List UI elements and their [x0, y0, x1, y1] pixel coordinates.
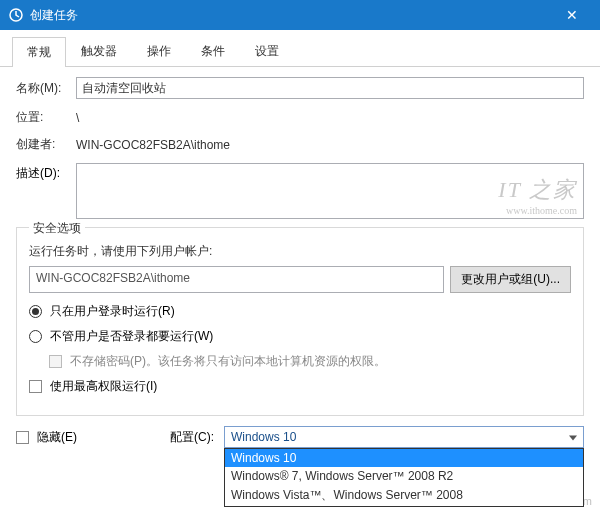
- radio-anyuser[interactable]: 不管用户是否登录都要运行(W): [29, 328, 571, 345]
- tab-actions[interactable]: 操作: [132, 36, 186, 66]
- tab-conditions[interactable]: 条件: [186, 36, 240, 66]
- config-select[interactable]: Windows 10 Windows 10 Windows® 7, Window…: [224, 426, 584, 448]
- tab-content: 名称(M): 位置: \ 创建者: WIN-GCOC82FSB2A\ithome…: [0, 67, 600, 416]
- tab-general[interactable]: 常规: [12, 37, 66, 67]
- name-input[interactable]: [76, 77, 584, 99]
- titlebar: 创建任务 ✕: [0, 0, 600, 30]
- watermark-logo: IT 之家: [498, 175, 577, 205]
- dropdown-option[interactable]: Windows Vista™、Windows Server™ 2008: [225, 485, 583, 506]
- radio-loggedon-icon: [29, 305, 42, 318]
- security-fieldset: 安全选项 运行任务时，请使用下列用户帐户: WIN-GCOC82FSB2A\it…: [16, 227, 584, 416]
- dropdown-option[interactable]: Windows® 7, Windows Server™ 2008 R2: [225, 467, 583, 485]
- checkbox-nostorepw: 不存储密码(P)。该任务将只有访问本地计算机资源的权限。: [49, 353, 571, 370]
- checkbox-highest[interactable]: 使用最高权限运行(I): [29, 378, 571, 395]
- change-user-button[interactable]: 更改用户或组(U)...: [450, 266, 571, 293]
- checkbox-hidden-label: 隐藏(E): [37, 429, 77, 446]
- checkbox-highest-icon: [29, 380, 42, 393]
- config-dropdown: Windows 10 Windows® 7, Windows Server™ 2…: [224, 448, 584, 507]
- radio-loggedon-label: 只在用户登录时运行(R): [50, 303, 175, 320]
- window-title: 创建任务: [30, 7, 552, 24]
- tab-bar: 常规 触发器 操作 条件 设置: [0, 36, 600, 67]
- description-input[interactable]: IT 之家 www.ithome.com: [76, 163, 584, 219]
- tab-triggers[interactable]: 触发器: [66, 36, 132, 66]
- creator-value: WIN-GCOC82FSB2A\ithome: [76, 138, 230, 152]
- config-select-display[interactable]: Windows 10: [224, 426, 584, 448]
- security-legend: 安全选项: [29, 220, 85, 237]
- radio-anyuser-label: 不管用户是否登录都要运行(W): [50, 328, 213, 345]
- description-label: 描述(D):: [16, 163, 76, 182]
- account-hint: 运行任务时，请使用下列用户帐户:: [29, 243, 571, 260]
- tab-settings[interactable]: 设置: [240, 36, 294, 66]
- location-value: \: [76, 111, 79, 125]
- checkbox-highest-label: 使用最高权限运行(I): [50, 378, 157, 395]
- checkbox-nostorepw-icon: [49, 355, 62, 368]
- location-label: 位置:: [16, 109, 76, 126]
- creator-label: 创建者:: [16, 136, 76, 153]
- radio-loggedon[interactable]: 只在用户登录时运行(R): [29, 303, 571, 320]
- app-icon: [8, 7, 24, 23]
- close-icon[interactable]: ✕: [552, 7, 592, 23]
- checkbox-nostorepw-label: 不存储密码(P)。该任务将只有访问本地计算机资源的权限。: [70, 353, 386, 370]
- config-label: 配置(C):: [170, 429, 214, 446]
- radio-anyuser-icon: [29, 330, 42, 343]
- bottom-row: 隐藏(E) 配置(C): Windows 10 Windows 10 Windo…: [0, 416, 600, 448]
- watermark: IT 之家 www.ithome.com: [498, 175, 577, 216]
- checkbox-hidden-icon: [16, 431, 29, 444]
- checkbox-hidden[interactable]: 隐藏(E): [16, 429, 77, 446]
- account-input[interactable]: WIN-GCOC82FSB2A\ithome: [29, 266, 444, 293]
- name-label: 名称(M):: [16, 80, 76, 97]
- watermark-url: www.ithome.com: [498, 205, 577, 216]
- dropdown-option[interactable]: Windows 10: [225, 449, 583, 467]
